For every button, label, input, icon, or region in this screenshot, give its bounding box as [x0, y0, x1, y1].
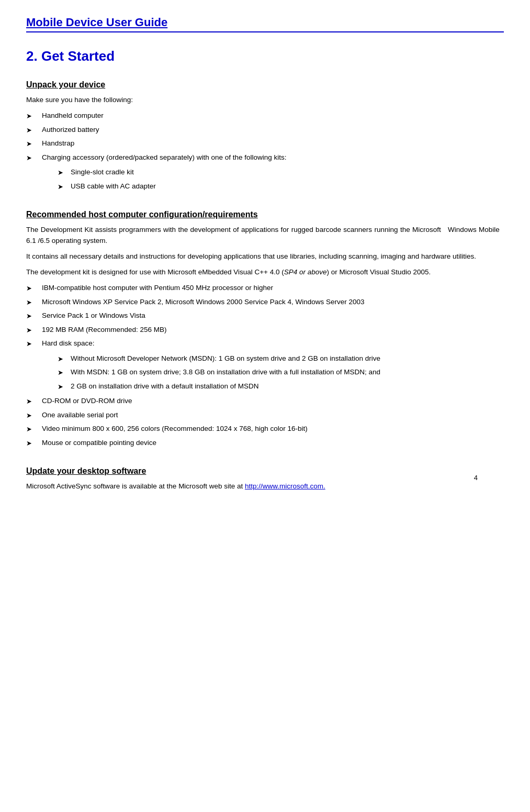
list-item: ➤ Hard disk space: [26, 338, 504, 349]
update-section: Update your desktop software Microsoft A… [26, 466, 504, 492]
unpack-section: Unpack your device Make sure you have th… [26, 80, 504, 192]
bullet-arrow: ➤ [58, 354, 71, 364]
recommended-title: Recommended host computer configuration/… [26, 210, 504, 219]
bullet-arrow: ➤ [58, 168, 71, 178]
bullet-arrow: ➤ [26, 111, 42, 121]
bullet-arrow: ➤ [26, 438, 42, 449]
italic-text: SP4 or above [284, 268, 327, 276]
recommended-para-2: It contains all necessary details and in… [26, 251, 504, 262]
bullet-arrow: ➤ [26, 139, 42, 149]
bullet-arrow: ➤ [26, 125, 42, 136]
unpack-list: ➤ Handheld computer ➤ Authorized battery… [26, 110, 504, 163]
update-title: Update your desktop software [26, 466, 504, 476]
list-item: ➤ One available serial port [26, 410, 504, 421]
bullet-arrow: ➤ [26, 325, 42, 336]
bullet-arrow: ➤ [58, 368, 71, 378]
bullet-arrow: ➤ [26, 297, 42, 308]
list-item: ➤ Without Microsoft Developer Network (M… [58, 353, 504, 364]
bullet-arrow: ➤ [26, 410, 42, 421]
unpack-intro: Make sure you have the following: [26, 95, 504, 105]
recommended-para-3: The development kit is designed for use … [26, 267, 504, 277]
microsoft-link[interactable]: http://www.microsoft.com. [245, 482, 325, 490]
bullet-arrow: ➤ [26, 153, 42, 163]
list-item: ➤ Charging accessory (ordered/packed sep… [26, 152, 504, 163]
list-item: ➤ Authorized battery [26, 125, 504, 136]
recommended-sublist: ➤ Without Microsoft Developer Network (M… [58, 353, 504, 392]
recommended-section: Recommended host computer configuration/… [26, 210, 504, 448]
list-item: ➤ Single-slot cradle kit [58, 167, 504, 178]
list-item: ➤ CD-ROM or DVD-ROM drive [26, 396, 504, 407]
unpack-sublist: ➤ Single-slot cradle kit ➤ USB cable wit… [58, 167, 504, 192]
list-item: ➤ 2 GB on installation drive with a defa… [58, 381, 504, 392]
page-header: Mobile Device User Guide [26, 16, 504, 32]
bullet-arrow: ➤ [26, 424, 42, 435]
list-item: ➤ USB cable with AC adapter [58, 181, 504, 192]
bullet-arrow: ➤ [26, 283, 42, 294]
recommended-para-1: The Development Kit assists programmers … [26, 225, 504, 246]
list-item: ➤ Handheld computer [26, 110, 504, 121]
list-item: ➤ Microsoft Windows XP Service Pack 2, M… [26, 297, 504, 308]
unpack-title: Unpack your device [26, 80, 504, 90]
list-item: ➤ Service Pack 1 or Windows Vista [26, 310, 504, 321]
bullet-arrow: ➤ [58, 382, 71, 392]
page-number: 4 [474, 474, 478, 482]
bullet-arrow: ➤ [26, 311, 42, 321]
list-item: ➤ 192 MB RAM (Recommended: 256 MB) [26, 325, 504, 336]
list-item: ➤ Handstrap [26, 138, 504, 149]
list-item: ➤ With MSDN: 1 GB on system drive; 3.8 G… [58, 367, 504, 378]
bullet-arrow: ➤ [26, 396, 42, 407]
bullet-arrow: ➤ [58, 182, 71, 192]
list-item: ➤ Mouse or compatible pointing device [26, 438, 504, 449]
recommended-list-2: ➤ CD-ROM or DVD-ROM drive ➤ One availabl… [26, 396, 504, 448]
bullet-arrow: ➤ [26, 339, 42, 349]
recommended-list: ➤ IBM-compatible host computer with Pent… [26, 283, 504, 349]
page-title: Mobile Device User Guide [26, 16, 504, 29]
chapter-title: 2. Get Started [26, 48, 504, 64]
update-paragraph: Microsoft ActiveSync software is availab… [26, 481, 504, 492]
list-item: ➤ IBM-compatible host computer with Pent… [26, 283, 504, 294]
list-item: ➤ Video minimum 800 x 600, 256 colors (R… [26, 424, 504, 435]
